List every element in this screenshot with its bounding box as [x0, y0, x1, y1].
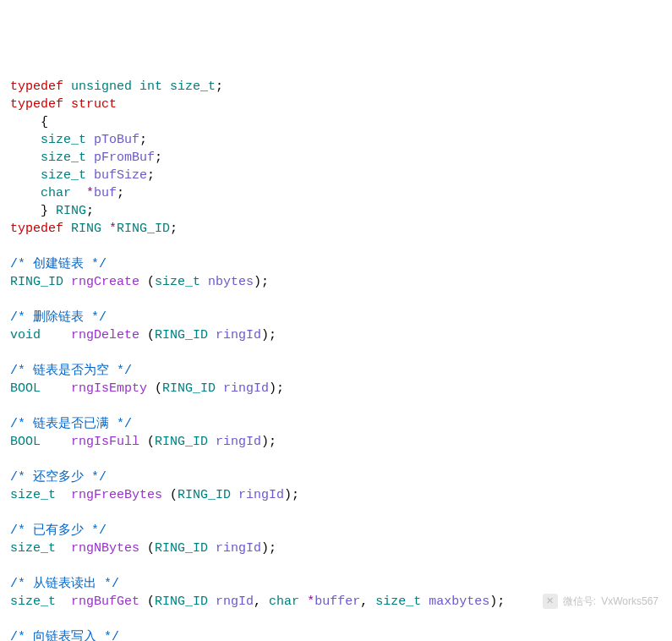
brace-open: {: [10, 115, 48, 129]
param-ringid: ringId: [208, 541, 261, 556]
type-size-t: size_t: [170, 79, 216, 94]
watermark-label: 微信号:: [563, 594, 596, 609]
type-ring: RING: [63, 222, 109, 236]
param-ringid: ringId: [216, 381, 269, 396]
comment-freebytes: /* 还空多少 */: [10, 470, 107, 485]
pointer-star: *: [307, 594, 314, 609]
field-buf: buf: [94, 186, 117, 200]
fn-rngfreebytes: rngFreeBytes: [56, 488, 170, 502]
type-ring: RING: [48, 204, 86, 218]
type-char: char: [10, 186, 86, 200]
comment-bufget: /* 从链表读出 */: [10, 577, 119, 591]
return-type: BOOL: [10, 435, 41, 449]
return-type: size_t: [10, 541, 56, 556]
keyword-typedef: typedef: [10, 79, 63, 94]
type-size-t: size_t: [10, 133, 86, 147]
fn-rngcreate: rngCreate: [63, 275, 147, 289]
param-ringid: ringId: [208, 435, 261, 449]
brace-close: }: [10, 204, 48, 218]
param-maxbytes: maxbytes: [421, 594, 489, 609]
param-type: RING_ID: [178, 488, 231, 502]
wechat-watermark: ✕ 微信号: VxWorks567: [543, 594, 658, 609]
return-type: size_t: [10, 488, 56, 502]
fn-rngdelete: rngDelete: [41, 328, 147, 342]
comment-bufput: /* 向链表写入 */: [10, 630, 119, 641]
param-type: RING_ID: [155, 328, 208, 342]
comment-create: /* 创建链表 */: [10, 257, 107, 271]
param-buffer: buffer: [314, 594, 360, 609]
return-type: RING_ID: [10, 275, 63, 289]
param-type: size_t: [375, 594, 421, 609]
field-ptobuf: pToBuf: [86, 133, 139, 147]
param-ringid: ringId: [231, 488, 284, 502]
param-nbytes: nbytes: [200, 275, 254, 289]
comment-isempty: /* 链表是否为空 */: [10, 364, 132, 378]
pointer-star: *: [109, 222, 117, 236]
field-bufsize: bufSize: [86, 168, 147, 183]
field-pfrombuf: pFromBuf: [86, 151, 155, 165]
pointer-star: *: [86, 186, 94, 200]
fn-rngbufget: rngBufGet: [56, 594, 147, 609]
comment-nbytes: /* 已有多少 */: [10, 523, 107, 538]
keyword-typedef: typedef: [10, 222, 63, 236]
fn-rngisempty: rngIsEmpty: [41, 381, 155, 396]
param-rngid: rngId: [208, 594, 254, 609]
param-type: RING_ID: [155, 594, 208, 609]
comment-isfull: /* 链表是否已满 */: [10, 417, 132, 431]
param-type: char: [269, 594, 299, 609]
keyword-typedef: typedef: [10, 97, 63, 112]
keyword-unsigned: unsigned: [71, 79, 132, 94]
fn-rngnbytes: rngNBytes: [56, 541, 147, 556]
watermark-value: VxWorks567: [601, 594, 658, 609]
param-type: size_t: [155, 275, 200, 289]
param-ringid: ringId: [208, 328, 261, 342]
wechat-icon: ✕: [543, 594, 558, 609]
fn-rngisfull: rngIsFull: [41, 435, 147, 449]
return-type: void: [10, 328, 41, 342]
type-size-t: size_t: [10, 168, 86, 183]
code-block: typedef unsigned int size_t; typedef str…: [10, 78, 662, 641]
comment-delete: /* 删除链表 */: [10, 310, 107, 325]
keyword-int: int: [139, 79, 162, 94]
param-type: RING_ID: [162, 381, 216, 396]
keyword-struct: struct: [71, 97, 117, 112]
type-ring-id: RING_ID: [117, 222, 170, 236]
type-size-t: size_t: [10, 151, 86, 165]
param-type: RING_ID: [155, 435, 208, 449]
return-type: size_t: [10, 594, 56, 609]
return-type: BOOL: [10, 381, 41, 396]
param-type: RING_ID: [155, 541, 208, 556]
